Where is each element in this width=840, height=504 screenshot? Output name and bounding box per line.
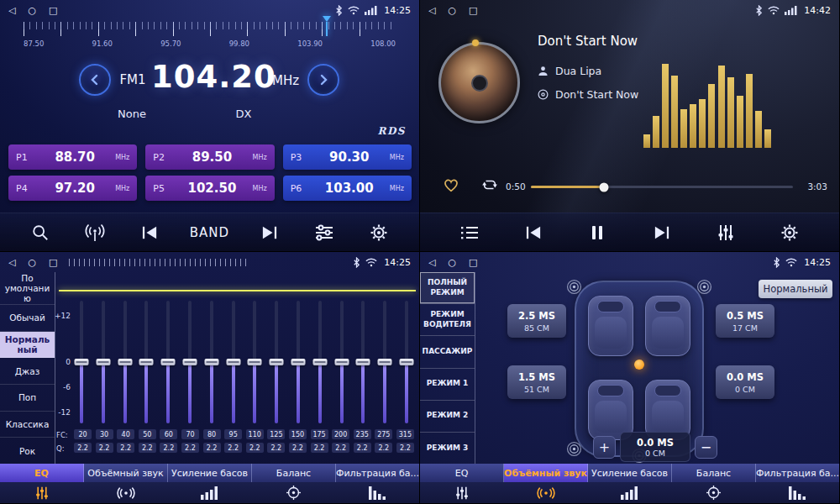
skip-previous-icon[interactable]	[519, 218, 548, 247]
eq-band-slider[interactable]	[377, 301, 392, 423]
home-icon[interactable]: ○	[28, 6, 36, 15]
mode-item[interactable]: РЕЖИМ 2	[420, 401, 475, 433]
back-icon[interactable]: ◁	[428, 258, 435, 267]
eq-preset-item[interactable]: Рок	[0, 438, 55, 465]
eq-band-slider[interactable]	[355, 301, 370, 423]
eq-preset-item[interactable]: Джаз	[0, 358, 55, 385]
eq-band-slider[interactable]	[247, 301, 262, 423]
mixer-icon[interactable]	[310, 218, 339, 247]
eq-band-slider[interactable]	[96, 301, 111, 423]
home-icon[interactable]: ○	[28, 258, 36, 267]
surround-tab-icon[interactable]	[84, 482, 168, 503]
playlist-icon[interactable]	[455, 218, 484, 247]
eq-slider-handle[interactable]	[270, 359, 284, 365]
settings-gear-icon[interactable]	[365, 218, 393, 247]
eq-slider-handle[interactable]	[161, 359, 176, 365]
eq-preset-item[interactable]: Обычай	[0, 305, 55, 332]
preset-button-p5[interactable]: P5102.50MHz	[145, 176, 274, 201]
decrease-button[interactable]: −	[695, 436, 717, 459]
tab-bass[interactable]: Усиление басов	[588, 464, 672, 482]
eq-band-slider[interactable]	[312, 301, 328, 423]
seek-bar[interactable]	[531, 186, 793, 188]
back-icon[interactable]: ◁	[428, 6, 435, 15]
eq-band-slider[interactable]	[204, 301, 219, 423]
listening-position-dot[interactable]	[634, 360, 644, 370]
recents-icon[interactable]: □	[469, 6, 477, 15]
balance-tab-icon[interactable]	[671, 482, 755, 503]
mode-item[interactable]: ПАССАЖИР	[420, 336, 475, 368]
eq-band-slider[interactable]	[291, 301, 306, 423]
tab-filter[interactable]: Фильтрация ба...	[336, 464, 419, 482]
eq-slider-handle[interactable]	[248, 359, 262, 365]
preset-button-p6[interactable]: P6103.00MHz	[283, 176, 412, 201]
eq-slider-handle[interactable]	[118, 359, 132, 365]
eq-band-slider[interactable]	[182, 301, 197, 423]
eq-band-slider[interactable]	[226, 301, 241, 423]
sound-profile-button[interactable]: Нормальный	[759, 280, 832, 298]
eq-band-slider[interactable]	[334, 301, 349, 423]
seek-bar-knob[interactable]	[600, 182, 609, 192]
delay-front-left[interactable]: 2.5 MS 85 CM	[507, 304, 566, 338]
mode-item[interactable]: РЕЖИМ 3	[420, 433, 475, 465]
mode-item[interactable]: РЕЖИМ 1	[420, 369, 475, 401]
seat-front-left[interactable]	[588, 296, 633, 356]
tab-balance[interactable]: Баланс	[672, 464, 756, 482]
pause-icon[interactable]	[583, 218, 612, 247]
equalizer-icon[interactable]	[711, 218, 740, 247]
recents-icon[interactable]: □	[49, 6, 57, 15]
home-icon[interactable]: ○	[448, 258, 456, 267]
seat-front-right[interactable]	[645, 296, 690, 356]
eq-slider-handle[interactable]	[378, 359, 392, 365]
eq-preset-item[interactable]: Нормальный	[0, 332, 55, 359]
tune-up-button[interactable]	[307, 64, 339, 96]
recents-icon[interactable]: □	[469, 258, 477, 267]
eq-slider-handle[interactable]	[312, 359, 327, 365]
eq-band-slider[interactable]	[139, 301, 154, 423]
tab-balance[interactable]: Баланс	[252, 464, 336, 482]
eq-slider-handle[interactable]	[334, 359, 349, 365]
mode-item[interactable]: ПОЛНЫЙ РЕЖИМ	[420, 272, 475, 304]
settings-gear-icon[interactable]	[775, 218, 804, 247]
tab-bass[interactable]: Усиление басов	[168, 464, 252, 482]
eq-slider-handle[interactable]	[291, 359, 305, 365]
recents-icon[interactable]: □	[49, 258, 57, 267]
balance-tab-icon[interactable]	[251, 482, 335, 503]
increase-button[interactable]: +	[593, 436, 616, 459]
eq-slider-handle[interactable]	[182, 359, 197, 365]
tab-surround[interactable]: Объёмный звук	[504, 464, 588, 482]
eq-slider-handle[interactable]	[356, 359, 370, 365]
skip-next-icon[interactable]	[255, 218, 284, 247]
eq-preset-item[interactable]: Классика	[0, 412, 55, 438]
eq-slider-handle[interactable]	[96, 359, 110, 365]
preset-button-p4[interactable]: P497.20MHz	[8, 176, 137, 201]
home-icon[interactable]: ○	[448, 6, 456, 15]
eq-slider-handle[interactable]	[226, 359, 240, 365]
skip-next-icon[interactable]	[648, 218, 676, 247]
eq-band-slider[interactable]	[160, 301, 176, 423]
eq-preset-item[interactable]: По умолчанию	[0, 272, 55, 305]
band-button[interactable]: BAND	[190, 218, 229, 247]
eq-band-slider[interactable]	[399, 301, 414, 423]
repeat-icon[interactable]	[480, 177, 499, 196]
eq-slider-handle[interactable]	[139, 359, 154, 365]
tab-eq[interactable]: EQ	[420, 464, 504, 482]
delay-front-right[interactable]: 0.5 MS 17 CM	[716, 304, 774, 338]
eq-band-slider[interactable]	[74, 301, 89, 423]
tab-surround[interactable]: Объёмный звук	[84, 464, 168, 482]
preset-button-p1[interactable]: P188.70MHz	[8, 144, 137, 170]
delay-rear-left[interactable]: 1.5 MS 51 CM	[507, 365, 566, 399]
eq-band-slider[interactable]	[269, 301, 284, 423]
tab-filter[interactable]: Фильтрация ба...	[756, 464, 839, 482]
tab-eq[interactable]: EQ	[0, 464, 84, 482]
tune-down-button[interactable]	[79, 64, 111, 96]
eq-tab-icon[interactable]	[420, 482, 504, 503]
bass-tab-icon[interactable]	[588, 482, 672, 503]
search-icon[interactable]	[26, 218, 55, 247]
skip-previous-icon[interactable]	[135, 218, 164, 247]
preset-button-p3[interactable]: P390.30MHz	[283, 144, 412, 170]
frequency-ruler[interactable]: 87.5091.6095.7099.80103.90108.00	[24, 22, 396, 50]
bass-tab-icon[interactable]	[168, 482, 252, 503]
surround-tab-icon[interactable]	[504, 482, 588, 503]
eq-band-slider[interactable]	[118, 301, 133, 423]
eq-slider-handle[interactable]	[204, 359, 218, 365]
